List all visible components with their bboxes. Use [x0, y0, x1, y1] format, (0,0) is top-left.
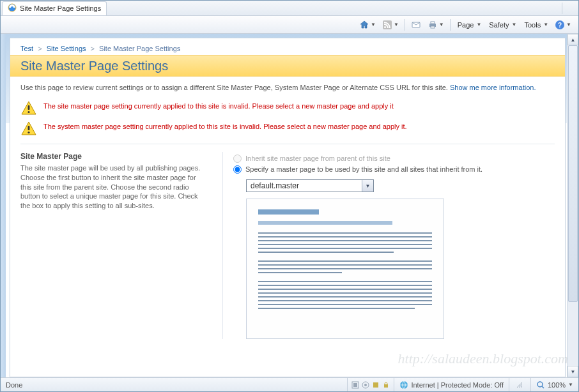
section-title: Site Master Page [20, 152, 206, 161]
privacy-icon [362, 381, 369, 389]
zone-cell[interactable]: Internet | Protected Mode: Off [394, 378, 509, 391]
radio-inherit [233, 155, 242, 163]
svg-text:?: ? [558, 22, 562, 29]
svg-point-11 [27, 111, 29, 113]
status-bar: Done Internet | Protected Mode: Off 100%… [1, 377, 578, 391]
scroll-thumb[interactable] [568, 45, 578, 302]
crumb-site-settings[interactable]: Site Settings [47, 45, 86, 52]
status-text: Done [1, 378, 39, 391]
radio-specify[interactable] [233, 165, 242, 174]
breadcrumb: Test > Site Settings > Site Master Page … [10, 38, 565, 52]
master-page-select[interactable]: default.master ▼ [246, 179, 374, 192]
page-body: Test > Site Settings > Site Master Page … [10, 38, 566, 377]
ie-favicon [8, 3, 17, 13]
warning-system-master: The system master page setting currently… [20, 121, 555, 137]
page-title: Site Master Page Settings [20, 59, 168, 73]
section-site-master-page: Site Master Page The site master page wi… [10, 148, 565, 340]
scroll-down-button[interactable]: ▼ [567, 366, 578, 377]
command-bar: ▼ ▼ ▼ Page▼ Safety▼ Tools▼ ?▼ [1, 16, 578, 34]
svg-rect-7 [431, 26, 435, 28]
page-menu[interactable]: Page▼ [454, 18, 484, 32]
crumb-current: Site Master Page Settings [99, 45, 180, 52]
mail-button[interactable] [408, 18, 424, 32]
svg-rect-10 [28, 105, 30, 110]
scrollbar-vertical[interactable]: ▲ ▼ [567, 34, 578, 377]
zoom-icon [536, 381, 545, 389]
content-frame: Test > Site Settings > Site Master Page … [1, 34, 578, 377]
popup-blocker-icon [351, 381, 359, 389]
section-body: The site master page will be used by all… [20, 163, 206, 211]
svg-line-22 [542, 386, 544, 388]
print-button[interactable]: ▼ [425, 18, 447, 32]
titlebar-grip [562, 3, 577, 14]
tab-title: Site Master Page Settings [20, 4, 101, 12]
browser-tab[interactable]: Site Master Page Settings [2, 1, 107, 15]
crumb-test[interactable]: Test [20, 45, 33, 52]
warning-icon [20, 121, 37, 137]
svg-rect-19 [384, 384, 388, 388]
page-header: Site Master Page Settings [10, 55, 565, 77]
left-gutter [1, 34, 6, 377]
master-page-preview [246, 199, 444, 339]
titlebar: Site Master Page Settings [1, 1, 578, 16]
scroll-up-button[interactable]: ▲ [567, 34, 578, 45]
warning-icon [20, 100, 37, 117]
tools-menu[interactable]: Tools▼ [520, 18, 551, 32]
svg-rect-12 [28, 126, 30, 130]
svg-point-21 [537, 382, 543, 387]
feeds-button[interactable]: ▼ [380, 18, 401, 32]
resize-grip[interactable] [509, 378, 531, 391]
chevron-down-icon[interactable]: ▼ [362, 180, 373, 192]
svg-point-13 [27, 132, 29, 133]
zoom-cell[interactable]: 100%▼ [531, 378, 578, 391]
grip-icon [516, 381, 523, 389]
option-specify[interactable]: Specify a master page to be used by this… [233, 165, 555, 174]
addon-icon [372, 381, 380, 389]
safety-menu[interactable]: Safety▼ [485, 18, 519, 32]
svg-point-17 [364, 384, 367, 386]
status-icons [347, 378, 394, 391]
home-button[interactable]: ▼ [357, 18, 378, 32]
warning-site-master: The site master page setting currently a… [20, 100, 555, 117]
show-more-info-link[interactable]: Show me more information. [450, 84, 536, 91]
lock-icon [382, 381, 390, 389]
help-button[interactable]: ?▼ [552, 18, 574, 32]
svg-rect-6 [431, 22, 435, 24]
svg-point-3 [384, 26, 386, 28]
svg-rect-18 [373, 382, 378, 388]
option-inherit[interactable]: Inherit site master page from parent of … [233, 154, 555, 163]
page-description: Use this page to review current settings… [10, 77, 565, 93]
globe-icon [399, 381, 408, 389]
svg-rect-15 [353, 383, 357, 387]
